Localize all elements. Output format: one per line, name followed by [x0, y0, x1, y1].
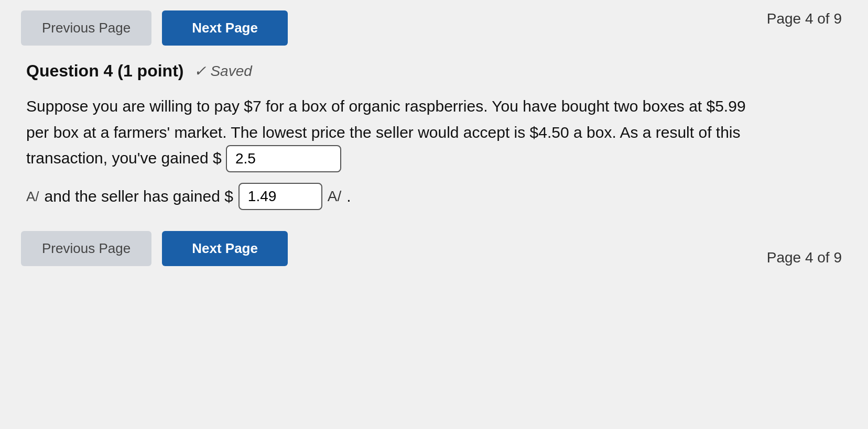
- answer-input-2[interactable]: [238, 183, 322, 210]
- page-indicator-top: Page 4 of 9: [767, 10, 842, 27]
- period: .: [346, 188, 351, 205]
- question-title: Question 4 (1 point): [26, 61, 183, 81]
- answer-input-1[interactable]: [226, 145, 341, 172]
- check-icon: ✓: [194, 62, 206, 80]
- top-navigation: Previous Page Next Page Page 4 of 9: [21, 10, 847, 46]
- previous-page-button-top[interactable]: Previous Page: [21, 10, 151, 46]
- question-text-part2: and the seller has gained $: [45, 188, 233, 205]
- next-page-button-bottom[interactable]: Next Page: [162, 231, 288, 266]
- previous-page-button-bottom[interactable]: Previous Page: [21, 231, 151, 266]
- question-body: Suppose you are willing to pay $7 for a …: [26, 93, 760, 172]
- spell-check-icon-left: A/: [26, 189, 39, 205]
- question-header: Question 4 (1 point) ✓ Saved: [26, 61, 847, 81]
- saved-indicator: ✓ Saved: [194, 62, 252, 80]
- seller-gain-row: A/ and the seller has gained $ A/ .: [26, 183, 847, 210]
- spell-check-icon-right: A/: [328, 188, 341, 205]
- page-indicator-bottom: Page 4 of 9: [767, 249, 842, 266]
- question-section: Question 4 (1 point) ✓ Saved Suppose you…: [21, 61, 847, 210]
- question-text-part1: Suppose you are willing to pay $7 for a …: [26, 97, 746, 167]
- saved-label: Saved: [210, 63, 252, 80]
- bottom-navigation: Previous Page Next Page Page 4 of 9: [21, 231, 847, 266]
- page-container: Previous Page Next Page Page 4 of 9 Ques…: [0, 0, 868, 429]
- next-page-button-top[interactable]: Next Page: [162, 10, 288, 46]
